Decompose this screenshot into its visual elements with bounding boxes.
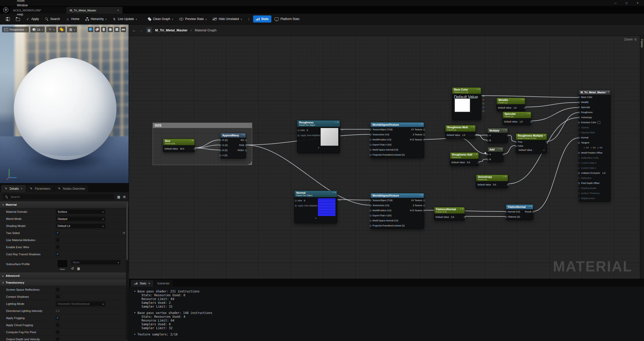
value-box[interactable]: 1.0 xyxy=(518,120,523,123)
node-multiply[interactable]: MultiplyAB xyxy=(487,128,508,143)
material-graph-canvas[interactable]: SIZE SizeParam (20)Default Value20.0Appe… xyxy=(129,36,644,279)
cast-ray-traced-shadows-checkbox[interactable] xyxy=(56,252,60,256)
value-box[interactable]: 0.0 xyxy=(592,146,596,149)
settings-icon[interactable] xyxy=(123,195,126,199)
color-swatch[interactable] xyxy=(455,98,470,112)
save-button[interactable] xyxy=(3,15,13,23)
input-pin[interactable] xyxy=(578,101,580,103)
value-box[interactable]: 1.0 xyxy=(461,133,466,137)
output-pin[interactable] xyxy=(532,211,534,213)
material-domain-dropdown[interactable]: Surface xyxy=(56,209,106,215)
input-pin[interactable] xyxy=(505,216,507,218)
node-header[interactable]: WorldAlignedTexture xyxy=(371,122,424,127)
value-box[interactable]: 20.0 xyxy=(179,147,185,151)
menu-asset[interactable]: Asset xyxy=(14,0,31,3)
node-header[interactable]: AppendMany xyxy=(221,133,246,138)
hide-unrelated-button[interactable]: Hide Unrelated xyxy=(210,15,245,23)
close-icon[interactable]: × xyxy=(148,282,150,285)
preview-shape-sphere-active[interactable] xyxy=(88,27,93,32)
nav-back-button[interactable] xyxy=(132,28,136,32)
output-pin[interactable] xyxy=(507,184,509,186)
asset-tab-m-tri-metal-master[interactable]: M_Tri_Metal_Master× xyxy=(66,7,123,14)
output-pin[interactable] xyxy=(483,99,484,101)
preview-state-button[interactable]: Preview State xyxy=(176,15,209,23)
input-pin[interactable] xyxy=(370,149,371,151)
input-pin[interactable] xyxy=(370,205,371,206)
two-sided-checkbox[interactable] xyxy=(56,231,60,235)
node-header[interactable]: Roughness MultiplySwitch Param (True) xyxy=(516,134,547,140)
value-box[interactable]: 1.0 xyxy=(601,171,606,175)
preview-shape-custom[interactable] xyxy=(94,27,100,32)
node-world-aligned-texture-top[interactable]: WorldAlignedTextureTextureObject (T2d)XY… xyxy=(370,122,424,158)
output-pin[interactable] xyxy=(530,121,532,123)
node-header[interactable]: M_Tri_Metal_Master xyxy=(579,90,610,95)
reset-to-default-icon[interactable] xyxy=(122,231,126,235)
window-maximize-button[interactable]: □ xyxy=(623,1,630,5)
input-pin[interactable] xyxy=(370,225,371,227)
input-pin[interactable] xyxy=(487,140,488,141)
input-pin[interactable] xyxy=(578,142,580,144)
details-search-box[interactable] xyxy=(3,194,115,200)
compute-fog-per-pixel-checkbox[interactable] xyxy=(56,330,60,334)
use-selected-icon[interactable] xyxy=(71,267,74,270)
node-header[interactable]: RoughnessParam Tex Object xyxy=(297,120,340,127)
apply-cloud-fogging-checkbox[interactable] xyxy=(56,323,60,327)
input-pin[interactable] xyxy=(515,141,517,143)
tab-stats[interactable]: Stats× xyxy=(131,280,153,287)
browse-icon[interactable] xyxy=(77,267,80,270)
input-pin[interactable] xyxy=(578,198,580,199)
node-header[interactable]: Base ColorParam (1,1,1,0) xyxy=(452,88,481,94)
close-icon[interactable]: × xyxy=(21,187,22,190)
blend-mode-dropdown[interactable]: Opaque xyxy=(56,216,106,222)
input-pin[interactable] xyxy=(578,167,580,169)
highlight-toggle[interactable] xyxy=(58,27,65,32)
output-pin[interactable] xyxy=(423,200,425,201)
output-pin[interactable] xyxy=(503,154,504,155)
input-pin[interactable] xyxy=(487,154,488,155)
input-pin[interactable] xyxy=(578,117,580,118)
input-pin[interactable] xyxy=(295,205,297,207)
input-pin[interactable] xyxy=(578,157,580,159)
asset-tab-aces-workflow-[interactable]: ACES_WORKFLOW* xyxy=(10,7,66,14)
preview-shape-cube[interactable] xyxy=(114,27,120,32)
input-pin[interactable] xyxy=(578,162,580,164)
output-depth-and-velocity-checkbox[interactable] xyxy=(56,337,60,341)
platform-stats-button[interactable]: Platform Stats xyxy=(272,15,302,23)
input-pin[interactable] xyxy=(578,172,580,174)
output-pin[interactable] xyxy=(483,106,484,108)
node-header[interactable]: Roughness AddParam (0) xyxy=(450,153,479,159)
output-pin[interactable] xyxy=(423,129,425,131)
input-pin[interactable] xyxy=(370,215,371,217)
input-pin[interactable] xyxy=(220,144,221,146)
view-mode-selector[interactable]: Lit xyxy=(30,27,45,32)
input-pin[interactable] xyxy=(370,129,371,131)
search-input[interactable] xyxy=(10,195,112,199)
node-header[interactable]: SizeParam (20) xyxy=(163,139,195,145)
value-box[interactable]: 1.0 xyxy=(512,106,517,110)
apply-button[interactable]: Apply xyxy=(23,15,42,23)
input-pin[interactable] xyxy=(578,187,580,189)
output-pin[interactable] xyxy=(507,135,509,136)
enable-exec-wire-checkbox[interactable] xyxy=(56,245,60,249)
input-pin[interactable] xyxy=(578,152,580,154)
node-header[interactable]: WorldAlignedTexture xyxy=(371,193,424,198)
value-box[interactable]: 0 xyxy=(306,129,309,132)
input-pin[interactable] xyxy=(578,182,580,184)
asset-thumbnail-image[interactable] xyxy=(57,260,68,268)
node-metallic[interactable]: MetallicParam (1)Default Value1.0 xyxy=(496,98,525,111)
live-update-button[interactable]: Live Update xyxy=(110,15,139,23)
node-header[interactable]: Multiply xyxy=(488,128,508,133)
view-options-icon[interactable] xyxy=(117,195,121,199)
stats-button[interactable]: Stats xyxy=(253,15,271,23)
input-pin[interactable] xyxy=(220,139,221,141)
window-minimize-button[interactable]: ─ xyxy=(612,1,619,5)
output-pin[interactable] xyxy=(464,216,466,218)
node-roughness-multiply[interactable]: Roughness MultiplySwitch Param (True)Tru… xyxy=(516,133,547,154)
input-pin[interactable] xyxy=(578,132,580,134)
output-pin[interactable] xyxy=(245,139,247,141)
use-material-attributes-checkbox[interactable] xyxy=(56,238,60,242)
browse-to-asset-button[interactable] xyxy=(13,15,23,23)
value-box[interactable]: 0.5 xyxy=(450,215,455,219)
output-pin[interactable] xyxy=(546,141,548,143)
input-pin[interactable] xyxy=(220,155,221,156)
